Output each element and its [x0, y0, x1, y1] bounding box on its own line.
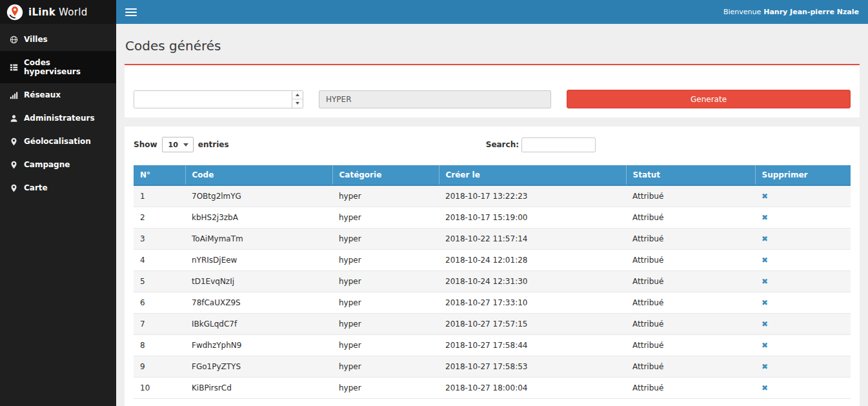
row-delete-cell: ✖: [755, 356, 851, 378]
row-status: Attribué: [626, 271, 755, 292]
table-row: 1 7OBtg2lmYG hyper 2018-10-17 13:22:23 A…: [134, 185, 851, 207]
row-category: hyper: [332, 271, 439, 292]
row-delete-cell: ✖: [755, 378, 851, 399]
sidebar-item-villes[interactable]: Villes: [0, 28, 116, 51]
search-input[interactable]: [521, 137, 596, 152]
row-delete-cell: ✖: [755, 250, 851, 271]
topbar-main: BienvenueHanry Jean-pierre Nzale: [116, 0, 868, 24]
column-header-delete[interactable]: Supprimer: [755, 165, 851, 185]
delete-icon[interactable]: ✖: [762, 192, 768, 201]
brand[interactable]: iLink World: [0, 0, 116, 24]
main-content: Codes générés Generate: [116, 24, 868, 406]
app-root: iLink World BienvenueHanry Jean-pierre N…: [0, 0, 868, 406]
delete-icon[interactable]: ✖: [762, 298, 768, 307]
category-field[interactable]: [319, 90, 551, 108]
table-row: 8 FwdhzYphN9 hyper 2018-10-27 17:58:44 A…: [134, 335, 851, 356]
column-header-created[interactable]: Créer le: [439, 165, 626, 185]
delete-icon[interactable]: ✖: [762, 320, 768, 329]
generate-button[interactable]: Generate: [567, 90, 851, 108]
table-header-row: N° Code Catégorie Créer le Statut Suppri…: [134, 165, 851, 185]
map-marker-icon: [10, 184, 18, 192]
stepper-down-icon[interactable]: [292, 99, 303, 108]
sidebar-item-campagne[interactable]: Campagne: [0, 153, 116, 176]
table-row: 3 ToAiMymaTm hyper 2018-10-22 11:57:14 A…: [134, 228, 851, 250]
search-label: Search:: [486, 140, 519, 149]
row-code: tD1EvqNzIj: [185, 271, 332, 292]
app-logo-icon: [6, 4, 23, 21]
hamburger-menu-icon[interactable]: [125, 8, 137, 16]
delete-icon[interactable]: ✖: [762, 213, 768, 222]
brand-name: iLink World: [28, 6, 88, 18]
page-length-control: Show 10 entries: [134, 137, 229, 152]
delete-icon[interactable]: ✖: [762, 362, 768, 371]
row-status: Attribué: [626, 207, 755, 228]
row-number: 4: [134, 250, 185, 271]
row-code: FGo1PyZTYS: [185, 356, 332, 378]
user-icon: [10, 114, 18, 123]
welcome-text: BienvenueHanry Jean-pierre Nzale: [723, 8, 859, 16]
quantity-input[interactable]: [134, 91, 292, 108]
row-code: KiBPirsrCd: [185, 378, 332, 399]
row-code: 78fCaUXZ9S: [185, 292, 332, 314]
topbar: iLink World BienvenueHanry Jean-pierre N…: [0, 0, 868, 24]
row-created: 2018-10-24 12:31:30: [439, 271, 626, 292]
row-category: hyper: [332, 378, 439, 399]
delete-icon[interactable]: ✖: [762, 341, 768, 350]
row-category: hyper: [332, 314, 439, 335]
row-number: 7: [134, 314, 185, 335]
row-number: 8: [134, 335, 185, 356]
row-code: nYRIsDjEew: [185, 250, 332, 271]
column-header-status[interactable]: Statut: [626, 165, 755, 185]
column-header-code[interactable]: Code: [185, 165, 332, 185]
page-length-select[interactable]: 10: [162, 137, 194, 152]
sidebar: Villes Codes hyperviseurs Réseaux Admini…: [0, 24, 116, 406]
row-status: Attribué: [626, 356, 755, 378]
sidebar-item-geolocalisation[interactable]: Géolocalisation: [0, 130, 116, 153]
row-delete-cell: ✖: [755, 335, 851, 356]
delete-icon[interactable]: ✖: [762, 277, 768, 286]
row-category: hyper: [332, 207, 439, 228]
quantity-stepper: [134, 90, 303, 108]
stepper-up-icon[interactable]: [292, 91, 303, 99]
row-category: hyper: [332, 250, 439, 271]
map-marker-icon: [10, 137, 18, 146]
row-created: 2018-10-22 11:57:14: [439, 228, 626, 250]
row-number: 3: [134, 228, 185, 250]
table-row: 7 IBkGLqdC7f hyper 2018-10-27 17:57:15 A…: [134, 314, 851, 335]
delete-icon[interactable]: ✖: [762, 234, 768, 243]
table-row: 2 kbHS2j3zbA hyper 2018-10-17 15:19:00 A…: [134, 207, 851, 228]
row-created: 2018-10-17 13:22:23: [439, 185, 626, 207]
row-number: 6: [134, 292, 185, 314]
row-code: FwdhzYphN9: [185, 335, 332, 356]
sidebar-item-label: Carte: [24, 183, 48, 192]
row-status: Attribué: [626, 335, 755, 356]
search-control: Search:: [486, 137, 596, 152]
row-category: hyper: [332, 356, 439, 378]
sidebar-item-carte[interactable]: Carte: [0, 176, 116, 199]
sidebar-item-label: Réseaux: [24, 90, 61, 99]
column-header-category[interactable]: Catégorie: [332, 165, 439, 185]
row-created: 2018-10-27 17:33:10: [439, 292, 626, 314]
row-category: hyper: [332, 228, 439, 250]
sidebar-item-label: Villes: [24, 35, 48, 44]
row-created: 2018-10-27 17:58:53: [439, 356, 626, 378]
sidebar-item-codes-hyperviseurs[interactable]: Codes hyperviseurs: [0, 51, 116, 83]
row-delete-cell: ✖: [755, 207, 851, 228]
sidebar-item-administrateurs[interactable]: Administrateurs: [0, 107, 116, 130]
table-body: 1 7OBtg2lmYG hyper 2018-10-17 13:22:23 A…: [134, 185, 851, 399]
row-code: ToAiMymaTm: [185, 228, 332, 250]
row-delete-cell: ✖: [755, 314, 851, 335]
table-row: 9 FGo1PyZTYS hyper 2018-10-27 17:58:53 A…: [134, 356, 851, 378]
user-name: Hanry Jean-pierre Nzale: [763, 8, 859, 16]
table-row: 5 tD1EvqNzIj hyper 2018-10-24 12:31:30 A…: [134, 271, 851, 292]
delete-icon[interactable]: ✖: [762, 383, 768, 392]
map-marker-icon: [10, 161, 18, 169]
row-delete-cell: ✖: [755, 292, 851, 314]
row-delete-cell: ✖: [755, 228, 851, 250]
codes-table: N° Code Catégorie Créer le Statut Suppri…: [134, 165, 851, 399]
delete-icon[interactable]: ✖: [762, 256, 768, 265]
row-status: Attribué: [626, 378, 755, 399]
sidebar-item-label: Codes hyperviseurs: [24, 58, 106, 76]
column-header-num[interactable]: N°: [134, 165, 185, 185]
sidebar-item-reseaux[interactable]: Réseaux: [0, 83, 116, 107]
